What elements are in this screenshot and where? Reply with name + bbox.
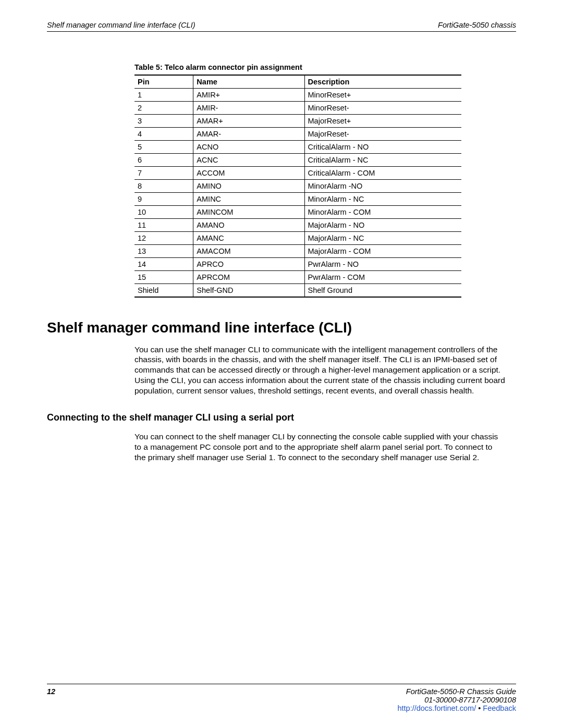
table-cell: ACNO [193,141,304,154]
table-cell: CriticalAlarm - NC [304,154,461,167]
table-row: 14APRCOPwrAlarm - NO [134,258,461,271]
table-row: 8AMINOMinorAlarm -NO [134,180,461,193]
table-cell: 11 [134,219,193,232]
table-cell: AMANC [193,232,304,245]
table-cell: MinorAlarm - COM [304,206,461,219]
table-cell: CriticalAlarm - NO [304,141,461,154]
table-cell: PwrAlarm - COM [304,271,461,284]
th-desc: Description [304,75,461,89]
table-cell: 12 [134,232,193,245]
table-row: 11AMANOMajorAlarm - NO [134,219,461,232]
table-cell: MinorAlarm -NO [304,180,461,193]
footer-sep: • [476,704,483,712]
table-cell: ACNC [193,154,304,167]
table-row: 10AMINCOMMinorAlarm - COM [134,206,461,219]
table-cell: APRCOM [193,271,304,284]
table-cell: AMINC [193,193,304,206]
table-cell: 7 [134,167,193,180]
table-cell: AMAR- [193,128,304,141]
table-cell: 13 [134,245,193,258]
table-row: 13AMACOMMajorAlarm - COM [134,245,461,258]
table-block: Table 5: Telco alarm connector pin assig… [134,63,461,298]
table-cell: APRCO [193,258,304,271]
table-row: 5ACNOCriticalAlarm - NO [134,141,461,154]
table-caption: Table 5: Telco alarm connector pin assig… [134,63,461,71]
table-row: 9AMINCMinorAlarm - NC [134,193,461,206]
table-cell: 8 [134,180,193,193]
table-cell: MajorReset- [304,128,461,141]
table-row: 12AMANCMajorAlarm - NC [134,232,461,245]
table-cell: 4 [134,128,193,141]
table-cell: 6 [134,154,193,167]
table-cell: AMANO [193,219,304,232]
footer-link-feedback[interactable]: Feedback [483,704,516,712]
page-number: 12 [47,687,55,712]
table-cell: MinorReset+ [304,89,461,102]
table-row: ShieldShelf-GNDShelf Ground [134,284,461,298]
pin-assignment-table: Pin Name Description 1AMIR+MinorReset+2A… [134,75,461,298]
table-cell: AMIR- [193,102,304,115]
table-row: 4AMAR-MajorReset- [134,128,461,141]
table-cell: Shelf Ground [304,284,461,298]
table-header-row: Pin Name Description [134,75,461,89]
table-cell: MajorReset+ [304,115,461,128]
table-cell: AMINO [193,180,304,193]
table-cell: MinorAlarm - NC [304,193,461,206]
table-row: 1AMIR+MinorReset+ [134,89,461,102]
table-cell: MinorReset- [304,102,461,115]
th-name: Name [193,75,304,89]
subsection-body: You can connect to the shelf manager CLI… [134,431,506,462]
table-row: 2AMIR-MinorReset- [134,102,461,115]
section-para-2: You can connect to the shelf manager CLI… [134,431,506,462]
subsection-heading: Connecting to the shelf manager CLI usin… [47,412,516,424]
table-row: 3AMAR+MajorReset+ [134,115,461,128]
header-left: Shelf manager command line interface (CL… [47,21,195,29]
footer-link-docs[interactable]: http://docs.fortinet.com/ [397,704,476,712]
table-cell: 9 [134,193,193,206]
section-heading: Shelf manager command line interface (CL… [47,319,516,336]
table-cell: MajorAlarm - COM [304,245,461,258]
table-cell: AMIR+ [193,89,304,102]
table-cell: MajorAlarm - NC [304,232,461,245]
table-cell: 10 [134,206,193,219]
table-cell: 15 [134,271,193,284]
section-para-1: You can use the shelf manager CLI to com… [134,344,506,396]
footer-guide: FortiGate-5050-R Chassis Guide [397,687,516,696]
table-cell: AMACOM [193,245,304,258]
section-body: You can use the shelf manager CLI to com… [134,344,506,396]
header-right: FortiGate-5050 chassis [438,21,516,29]
table-cell: 3 [134,115,193,128]
table-cell: MajorAlarm - NO [304,219,461,232]
footer-docnum: 01-30000-87717-20090108 [397,696,516,704]
table-cell: 14 [134,258,193,271]
page-header: Shelf manager command line interface (CL… [47,21,516,32]
table-cell: ACCOM [193,167,304,180]
table-cell: CriticalAlarm - COM [304,167,461,180]
table-row: 6ACNCCriticalAlarm - NC [134,154,461,167]
table-cell: Shield [134,284,193,298]
th-pin: Pin [134,75,193,89]
table-cell: AMAR+ [193,115,304,128]
table-row: 15APRCOMPwrAlarm - COM [134,271,461,284]
table-cell: 1 [134,89,193,102]
table-cell: PwrAlarm - NO [304,258,461,271]
table-cell: 2 [134,102,193,115]
table-row: 7ACCOMCriticalAlarm - COM [134,167,461,180]
document-page: Shelf manager command line interface (CL… [0,0,563,728]
page-footer: 12 FortiGate-5050-R Chassis Guide 01-300… [47,684,516,712]
table-cell: Shelf-GND [193,284,304,298]
table-cell: AMINCOM [193,206,304,219]
table-cell: 5 [134,141,193,154]
